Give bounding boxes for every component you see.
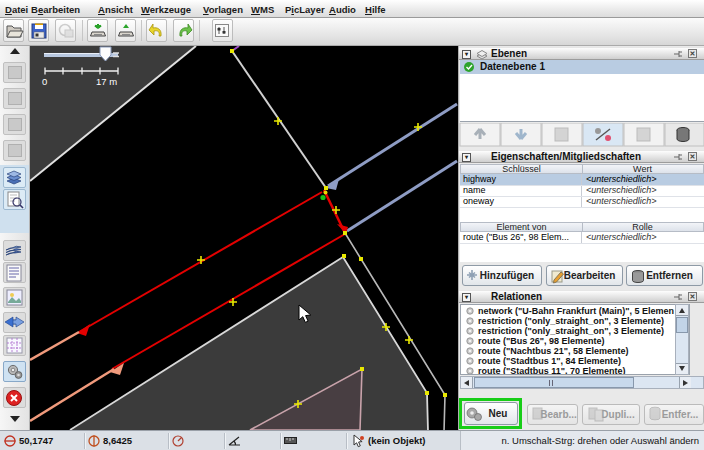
svg-text:0: 0: [42, 76, 47, 87]
svg-text:17 m: 17 m: [96, 76, 117, 87]
